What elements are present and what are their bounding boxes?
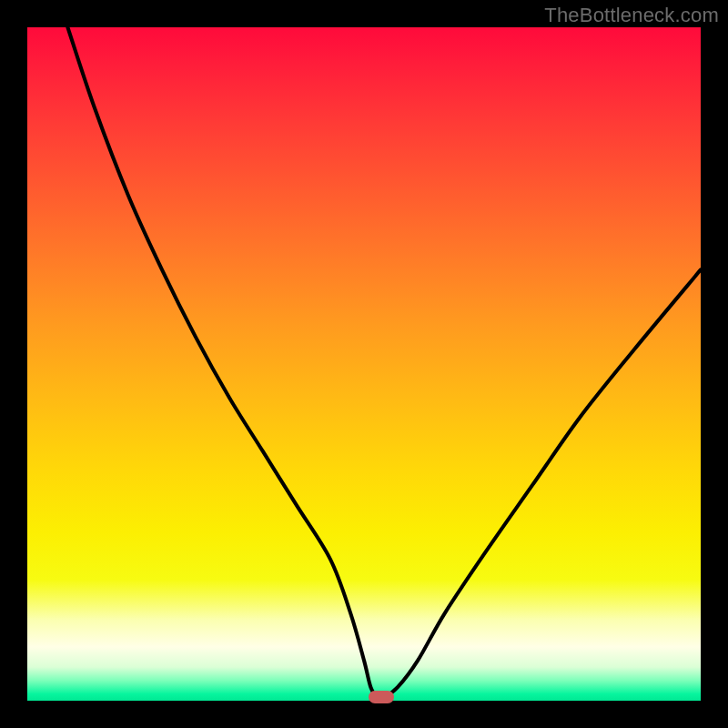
bottleneck-curve-path <box>67 27 701 699</box>
watermark-text: TheBottleneck.com <box>544 4 719 27</box>
curve-svg <box>27 27 701 701</box>
optimal-point-marker <box>369 691 394 703</box>
chart-container: TheBottleneck.com <box>0 0 728 728</box>
plot-area <box>27 27 701 701</box>
